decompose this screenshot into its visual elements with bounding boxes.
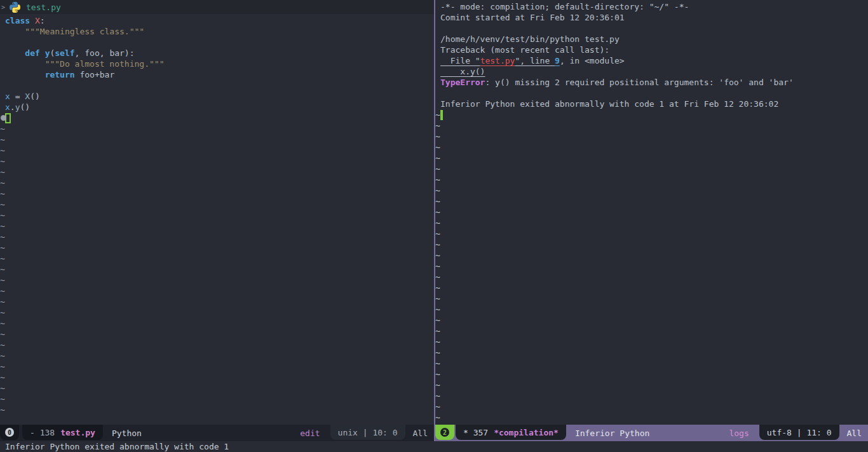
fringe-tilde-icon: ~ <box>435 315 440 325</box>
echo-message: Inferior Python exited abnormally with c… <box>5 441 229 452</box>
buffer-name[interactable]: test.py <box>60 427 95 438</box>
scroll-position: All <box>839 428 868 439</box>
token: Inferior Python exited abnormally with c… <box>440 99 778 109</box>
fringe-tilde-icon: ~ <box>0 145 5 156</box>
token: Comint started at Fri Feb 12 20:36:01 <box>440 13 625 22</box>
token: foo+bar <box>75 70 115 79</box>
encoding-and-position: utf-8 | 11: 0 <box>767 427 832 438</box>
fringe-tilde-icon: ~ <box>0 372 5 383</box>
line-text: Comint started at Fri Feb 12 20:36:01 <box>440 12 625 23</box>
tilde-line: ~ <box>0 339 434 350</box>
tilde-line: ~ <box>435 217 868 228</box>
fringe-tilde-icon: ~ <box>0 134 5 145</box>
major-mode[interactable]: Inferior Python <box>575 428 649 439</box>
line-text: return foo+bar <box>5 69 114 80</box>
python-source-buffer[interactable]: class X: """Meaningless class.""" def y(… <box>0 14 434 425</box>
tilde-line: ~ <box>435 185 868 196</box>
fringe-tilde-icon: ~ <box>435 174 440 185</box>
token: class <box>5 16 30 25</box>
token: X <box>35 16 40 25</box>
line-text: class X: <box>5 15 45 26</box>
fringe-tilde-icon: ~ <box>0 156 5 167</box>
token <box>5 70 45 79</box>
tilde-line: ~ <box>0 177 434 188</box>
tilde-line: ~ <box>0 242 434 253</box>
tilde-line: ~ <box>435 282 868 293</box>
echo-area[interactable]: Inferior Python exited abnormally with c… <box>0 441 868 452</box>
fringe-tilde-icon: ~ <box>0 210 5 221</box>
code-line: x = X() <box>0 91 434 102</box>
code-line: x.y() <box>435 66 868 77</box>
token: , foo, bar): <box>75 48 135 58</box>
code-line <box>435 88 868 99</box>
token: Traceback (most recent call last): <box>440 45 609 55</box>
tab-test-py[interactable]: test.py <box>8 0 67 14</box>
code-line: Comint started at Fri Feb 12 20:36:01 <box>435 12 868 23</box>
encoding-and-position: unix | 10: 0 <box>338 427 398 438</box>
fringe-tilde-icon: ~ <box>0 231 5 242</box>
position-tab: utf-8 | 11: 0 <box>759 425 839 440</box>
token: return <box>45 70 75 79</box>
token: x <box>5 102 10 112</box>
token: = <box>10 92 25 101</box>
compilation-buffer[interactable]: -*- mode: compilation; default-directory… <box>435 0 868 425</box>
editor-state: edit <box>300 428 320 439</box>
position-tab: unix | 10: 0 <box>330 425 405 440</box>
tilde-line: ~ <box>435 347 868 358</box>
tilde-line: ~ <box>0 372 434 383</box>
major-mode[interactable]: Python <box>112 428 142 439</box>
fringe-dot-icon <box>1 115 6 121</box>
window-number: 2 <box>440 428 449 437</box>
line-text: /home/h/venv/test/bin/python test.py <box>440 34 620 45</box>
tilde-line: ~ <box>0 329 434 339</box>
right-window: -*- mode: compilation; default-directory… <box>435 0 868 441</box>
buffer-name-tab[interactable]: - 138 test.py <box>22 425 103 440</box>
tilde-line: ~ <box>435 304 868 315</box>
buffer-name-tab[interactable]: * 357 *compilation* <box>456 425 566 440</box>
tilde-line: ~ <box>435 109 868 120</box>
code-line <box>0 80 434 91</box>
tilde-line: ~ <box>0 361 434 372</box>
window-number-badge: 2 <box>435 425 454 440</box>
fringe-tilde-icon: ~ <box>435 271 440 282</box>
token: . <box>10 102 15 112</box>
token: self <box>55 48 74 58</box>
tilde-line: ~ <box>0 253 434 264</box>
buffer-name[interactable]: *compilation* <box>494 427 559 438</box>
token: -*- mode: compilation; default-directory… <box>440 2 689 11</box>
tilde-line: ~ <box>435 153 868 163</box>
token: () <box>30 92 40 101</box>
fringe-tilde-icon: ~ <box>0 221 5 231</box>
token <box>40 48 45 58</box>
fringe-tilde-icon: ~ <box>435 153 440 163</box>
tilde-line: ~ <box>435 131 868 142</box>
fringe-tilde-icon: ~ <box>0 329 5 339</box>
fringe-tilde-icon: ~ <box>0 350 5 361</box>
line-text: TypeError: y() missing 2 required positi… <box>440 77 794 88</box>
emacs-frame: > test.py class X: """Meaningless class.… <box>0 0 868 452</box>
fringe-tilde-icon: ~ <box>435 380 440 390</box>
tilde-line: ~ <box>435 336 868 347</box>
tilde-line: ~ <box>0 285 434 296</box>
tilde-line: ~ <box>0 210 434 221</box>
tilde-line: ~ <box>435 239 868 250</box>
line-text: x.y() <box>440 66 485 77</box>
fringe-tilde-icon: ~ <box>435 261 440 271</box>
fringe-tilde-icon: ~ <box>435 250 440 261</box>
token: TypeError <box>440 78 485 87</box>
fringe-tilde-icon: ~ <box>435 390 440 401</box>
tilde-line: ~ <box>435 358 868 369</box>
token: X <box>25 92 30 101</box>
line-text: Traceback (most recent call last): <box>440 45 609 55</box>
tab-scroll-right-icon[interactable]: > <box>0 2 8 13</box>
tilde-line: ~ <box>435 401 868 412</box>
tilde-line: ~ <box>0 394 434 404</box>
token: ", line <box>515 56 555 65</box>
fringe-tilde-icon: ~ <box>0 123 5 134</box>
token <box>30 16 35 25</box>
fringe-tilde-icon: ~ <box>0 275 5 285</box>
code-line: Traceback (most recent call last): <box>435 45 868 55</box>
token: : y() missing 2 required positional argu… <box>485 78 793 87</box>
fringe-tilde-icon: ~ <box>0 318 5 329</box>
fringe-tilde-icon: ~ <box>435 120 440 131</box>
